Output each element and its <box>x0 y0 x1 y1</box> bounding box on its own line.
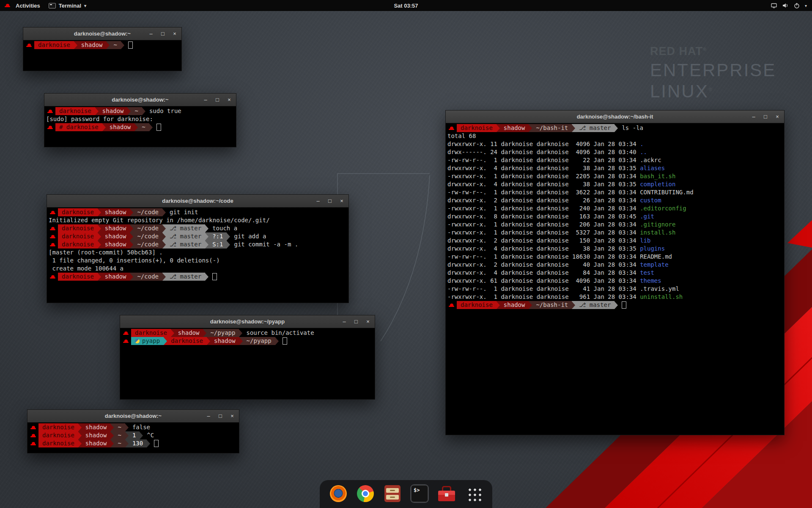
powerline-separator <box>121 41 124 49</box>
activities-button[interactable]: Activities <box>0 0 44 11</box>
close-button[interactable]: × <box>226 97 232 103</box>
output-text: custom <box>640 197 661 204</box>
window-title: darknoise@shadow:~/bash-it <box>446 113 784 120</box>
maximize-button[interactable]: □ <box>353 319 359 325</box>
output-text: -rw-rw-r--. 1 darknoise darknoise 22 Jan… <box>447 157 640 163</box>
terminal-content[interactable]: darknoiseshadow~falsedarknoiseshadow~1^C… <box>27 422 239 453</box>
close-button[interactable]: × <box>339 198 345 204</box>
prompt-segment-git: ⎇ master <box>166 273 205 281</box>
terminal-content[interactable]: darknoiseshadow~/codegit initInitialized… <box>47 207 348 303</box>
command-text: git init <box>166 208 198 216</box>
window-titlebar[interactable]: darknoise@shadow:~–□× <box>44 94 236 106</box>
window-titlebar[interactable]: darknoise@shadow:~/code–□× <box>47 195 348 207</box>
output-text: Initialized empty Git repository in /hom… <box>49 217 270 224</box>
terminal-window: darknoise@shadow:~/pyapp–□×darknoiseshad… <box>120 315 375 400</box>
chrome-icon[interactable] <box>356 484 375 503</box>
maximize-button[interactable]: □ <box>327 198 333 204</box>
prompt-segment-git: ⎇ master <box>166 240 205 248</box>
terminal-icon[interactable]: $> <box>410 484 429 503</box>
minimize-button[interactable]: – <box>751 114 757 120</box>
segment-text: ⎇ master <box>579 124 611 132</box>
prompt-segment-user: darknoise <box>58 224 98 232</box>
powerline-separator <box>572 301 575 309</box>
powerline-separator <box>239 329 242 337</box>
powerline-separator <box>140 431 143 439</box>
terminal-output-line: 1 file changed, 0 insertions(+), 0 delet… <box>49 257 347 265</box>
terminal-content[interactable]: darknoiseshadow~/bash-it⎇ masterls -lato… <box>446 123 784 435</box>
powerline-separator <box>74 41 77 49</box>
powerline-separator <box>78 431 82 439</box>
powerline-separator <box>134 123 138 131</box>
chevron-down-icon: ▾ <box>805 3 807 8</box>
powerline-separator <box>78 423 82 431</box>
powerline-separator <box>98 224 101 232</box>
maximize-button[interactable]: □ <box>160 31 166 37</box>
output-text: README.md <box>640 253 672 260</box>
prompt-segment-host: shadow <box>77 41 107 49</box>
close-button[interactable]: × <box>172 31 178 37</box>
prompt-segment-user: darknoise <box>55 107 95 115</box>
terminal-window: darknoise@shadow:~–□×darknoiseshadow~ <box>23 27 182 71</box>
maximize-button[interactable]: □ <box>214 97 220 103</box>
powerline-separator <box>110 439 114 447</box>
maximize-button[interactable]: □ <box>217 413 223 419</box>
terminal-content[interactable]: darknoiseshadow~sudo true[sudo] password… <box>44 106 236 147</box>
prompt-segment-path: ~/bash-it <box>532 301 572 309</box>
firefox-logo <box>330 485 347 502</box>
maximize-button[interactable]: □ <box>763 114 768 120</box>
system-tray[interactable]: ▾ <box>771 2 812 9</box>
segment-text: ⎇ master <box>170 232 201 240</box>
terminal-cursor <box>128 41 133 49</box>
terminal-prompt-line: darknoiseshadow~/codegit init <box>49 208 347 216</box>
clock[interactable]: Sat 03:57 <box>394 3 418 9</box>
output-text: template <box>640 261 668 268</box>
powerline-separator <box>205 224 208 232</box>
window-titlebar[interactable]: darknoise@shadow:~–□× <box>23 28 181 40</box>
powerline-separator <box>162 240 166 248</box>
output-text: -rwxrwxr-x. 1 darknoise darknoise 5327 J… <box>447 229 640 236</box>
app-menu-terminal[interactable]: Terminal ▾ <box>44 0 91 11</box>
close-button[interactable]: × <box>229 413 235 419</box>
output-text: drwxrwxr-x. 2 darknoise darknoise 150 Ja… <box>447 237 640 244</box>
files-icon[interactable] <box>383 484 402 503</box>
app-grid-icon[interactable] <box>464 484 483 503</box>
minimize-button[interactable]: – <box>315 198 321 204</box>
redhat-icon <box>26 44 32 47</box>
redhat-icon <box>5 4 10 7</box>
window-titlebar[interactable]: darknoise@shadow:~/pyapp–□× <box>120 315 375 328</box>
window-titlebar[interactable]: darknoise@shadow:~–□× <box>27 410 239 422</box>
segment-text: shadow <box>105 232 126 240</box>
segment-text: shadow <box>110 123 131 131</box>
output-text: drwxrwxr-x. 61 darknoise darknoise 4096 … <box>447 277 640 284</box>
prompt-segment-host: shadow <box>210 337 239 345</box>
minimize-button[interactable]: – <box>341 319 347 325</box>
minimize-button[interactable]: – <box>206 413 211 419</box>
firefox-icon[interactable] <box>329 484 348 503</box>
powerline-separator <box>162 232 166 240</box>
prompt-segment-user: darknoise <box>457 301 497 309</box>
output-text: 1 file changed, 0 insertions(+), 0 delet… <box>49 257 220 264</box>
segment-text: shadow <box>105 273 126 281</box>
branding-redhat-text: RED HAT <box>650 45 703 58</box>
prompt-segment-user: darknoise <box>167 337 207 345</box>
output-text: drwxrwxr-x. 2 darknoise darknoise 26 Jan… <box>447 197 640 204</box>
powerline-separator <box>147 439 150 447</box>
minimize-button[interactable]: – <box>148 31 154 37</box>
prompt-segment-path: ~ <box>114 439 125 447</box>
terminal-content[interactable]: darknoiseshadow~/pyappsource bin/activat… <box>120 328 375 399</box>
toolbox-icon[interactable] <box>437 484 456 503</box>
prompt-segment-user: darknoise <box>131 329 171 337</box>
terminal-content[interactable]: darknoiseshadow~ <box>23 40 181 71</box>
output-text: drwxrwxr-x. 8 darknoise darknoise 163 Ja… <box>447 213 640 220</box>
command-text: git add a <box>230 232 266 240</box>
close-button[interactable]: × <box>774 114 780 120</box>
powerline-separator <box>130 224 133 232</box>
activities-label: Activities <box>16 3 40 9</box>
window-titlebar[interactable]: darknoise@shadow:~/bash-it–□× <box>446 110 784 123</box>
minimize-button[interactable]: – <box>203 97 208 103</box>
close-button[interactable]: × <box>365 319 371 325</box>
terminal-icon <box>49 3 56 8</box>
powerline-separator <box>227 240 230 248</box>
terminal-output-line: drwxrwxr-x. 4 darknoise darknoise 84 Jan… <box>447 269 782 277</box>
prompt-segment-path: ~ <box>114 423 125 431</box>
